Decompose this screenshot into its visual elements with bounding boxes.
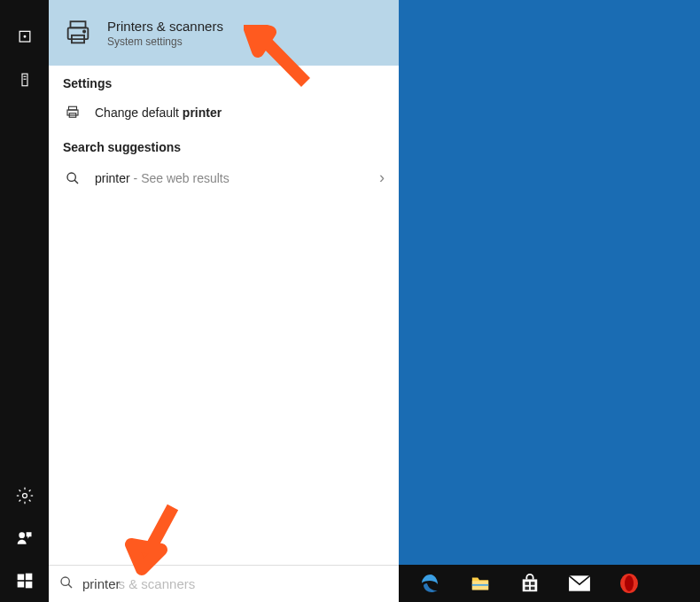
- suggestion-text: printer - See web results: [95, 171, 379, 185]
- svg-rect-8: [25, 574, 32, 581]
- web-search-suggestion[interactable]: printer - See web results ›: [49, 160, 399, 196]
- svg-rect-23: [472, 584, 488, 586]
- start-button[interactable]: [0, 559, 49, 602]
- svg-point-20: [61, 577, 69, 585]
- settings-section-header: Settings: [49, 66, 399, 96]
- file-explorer-icon[interactable]: [468, 571, 493, 596]
- change-default-printer-result[interactable]: Change default printer: [49, 96, 399, 129]
- svg-rect-28: [531, 587, 535, 590]
- desktop-background: [399, 0, 700, 565]
- cortana-left-rail: [0, 0, 49, 602]
- search-icon: [63, 171, 82, 185]
- search-input[interactable]: [82, 576, 388, 591]
- svg-line-19: [74, 180, 78, 184]
- svg-point-18: [67, 173, 75, 181]
- svg-rect-27: [525, 587, 530, 590]
- svg-rect-26: [531, 582, 535, 585]
- svg-rect-0: [19, 31, 30, 42]
- search-icon: [59, 575, 74, 593]
- search-box[interactable]: printers & scanners: [49, 565, 399, 602]
- svg-rect-24: [523, 579, 538, 591]
- feedback-icon[interactable]: [0, 517, 49, 559]
- svg-rect-2: [22, 74, 27, 86]
- result-text: Change default printer: [95, 106, 385, 120]
- best-match-title: Printers & scanners: [107, 19, 223, 34]
- svg-rect-11: [71, 21, 86, 27]
- svg-point-5: [22, 494, 27, 498]
- store-icon[interactable]: [517, 571, 542, 596]
- svg-rect-10: [25, 582, 32, 589]
- svg-point-6: [19, 532, 25, 538]
- svg-point-31: [625, 575, 634, 591]
- svg-rect-7: [17, 575, 24, 581]
- best-match-result[interactable]: Printers & scanners System settings: [49, 0, 399, 66]
- chevron-right-icon: ›: [379, 168, 385, 187]
- svg-rect-25: [525, 582, 530, 585]
- svg-point-14: [83, 30, 85, 32]
- search-suggestions-header: Search suggestions: [49, 129, 399, 160]
- settings-gear-icon[interactable]: [0, 474, 49, 517]
- search-results-panel: Printers & scanners System settings Sett…: [49, 0, 399, 602]
- rail-laptop-icon[interactable]: [0, 16, 49, 59]
- results-empty-area: [49, 196, 399, 565]
- best-match-subtitle: System settings: [107, 35, 223, 48]
- svg-line-21: [68, 584, 72, 588]
- svg-rect-9: [17, 582, 24, 588]
- printer-small-icon: [63, 105, 82, 121]
- opera-icon[interactable]: [617, 571, 642, 596]
- printer-icon: [61, 16, 95, 50]
- svg-point-1: [24, 35, 26, 37]
- taskbar: [399, 565, 700, 602]
- mail-icon[interactable]: [567, 571, 592, 596]
- edge-icon[interactable]: [418, 571, 443, 596]
- rail-server-icon[interactable]: [0, 59, 49, 101]
